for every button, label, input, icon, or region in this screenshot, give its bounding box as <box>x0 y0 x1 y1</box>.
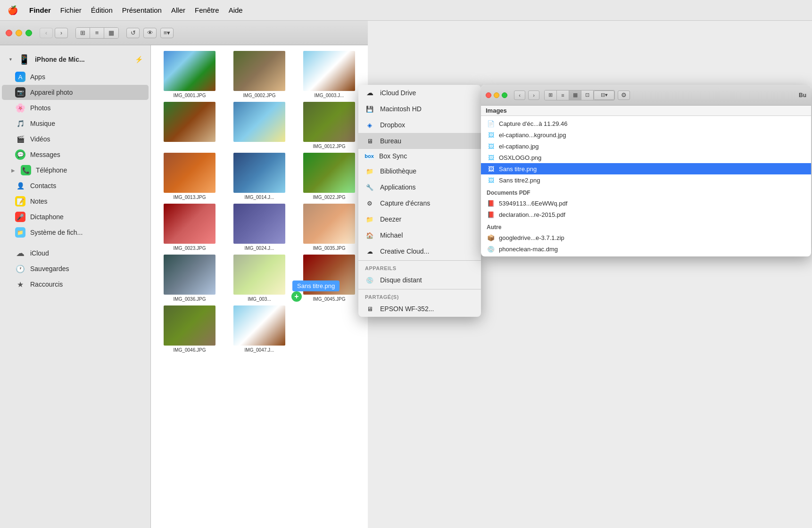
photo-thumb <box>233 102 285 142</box>
file-item[interactable]: 📕 declaration...re-2015.pdf <box>481 209 811 220</box>
photo-item[interactable]: IMG_0024.J... <box>226 204 292 251</box>
shortcuts-label: Raccourcis <box>30 280 63 288</box>
photo-item[interactable]: IMG_0046.JPG <box>157 305 223 353</box>
sidebar-item-icloud[interactable]: ☁ iCloud <box>2 246 149 261</box>
menubar-finder[interactable]: Finder <box>29 6 51 14</box>
loc-item-macintosh-hd[interactable]: 💾 Macintosh HD <box>358 101 481 117</box>
photo-item[interactable]: IMG_0036.JPG <box>157 255 223 302</box>
maximize-button[interactable] <box>25 30 32 36</box>
files-column-view[interactable]: ▦ <box>569 91 581 100</box>
sidebar-item-backup[interactable]: 🕐 Sauvegardes <box>2 261 149 276</box>
sidebar-item-phone[interactable]: ▶ 📞 Téléphone <box>2 163 149 178</box>
device-header[interactable]: ▼ 📱 iPhone de Mic... ⚡ <box>2 51 149 67</box>
sidebar-item-system[interactable]: 📁 Système de fich... <box>2 225 149 240</box>
file-item[interactable]: 🖼 Sans titre2.png <box>481 174 811 186</box>
photo-item[interactable]: IMG_0002.JPG <box>226 51 292 98</box>
loc-item-michael[interactable]: 🏠 Michael <box>358 227 481 243</box>
photo-item[interactable]: IMG_0022.JPG <box>296 153 362 200</box>
sidebar-item-notes[interactable]: 📝 Notes <box>2 194 149 209</box>
photo-item[interactable]: IMG_003... <box>226 255 292 302</box>
loc-item-applications[interactable]: 🔧 Applications <box>358 179 481 195</box>
contacts-icon: 👤 <box>15 181 25 191</box>
files-maximize-button[interactable] <box>502 92 507 98</box>
photo-item[interactable]: IMG_0045.JPG <box>296 255 362 302</box>
menubar-presentation[interactable]: Présentation <box>122 6 162 14</box>
file-name: OSXLOGO.png <box>499 154 805 161</box>
sidebar-item-messages[interactable]: 💬 Messages <box>2 147 149 162</box>
files-icon-view[interactable]: ⊞ <box>545 91 557 100</box>
sidebar-item-contacts[interactable]: 👤 Contacts <box>2 178 149 193</box>
photo-item[interactable]: IMG_0023.JPG <box>157 204 223 251</box>
files-back-button[interactable]: ‹ <box>514 91 525 100</box>
files-forward-button[interactable]: › <box>528 91 539 100</box>
photo-item[interactable] <box>157 102 223 149</box>
sidebar-item-shortcuts[interactable]: ★ Raccourcis <box>2 277 149 292</box>
sidebar-item-photos[interactable]: 🌸 Photos <box>2 100 149 116</box>
list-view-button[interactable]: ≡ <box>90 28 104 38</box>
photo-thumb <box>164 153 215 193</box>
loc-item-dropbox[interactable]: ◈ Dropbox <box>358 117 481 133</box>
file-item-selected[interactable]: 🖼 Sans titre.png <box>481 163 811 174</box>
loc-item-box-sync[interactable]: box Box Sync <box>358 149 481 163</box>
sidebar-item-dictaphone[interactable]: 🎤 Dictaphone <box>2 209 149 224</box>
files-list-view[interactable]: ≡ <box>557 91 569 100</box>
action-menu-button[interactable]: ≡▾ <box>160 28 174 38</box>
loc-item-deezer[interactable]: 📁 Deezer <box>358 211 481 227</box>
sidebar-item-apps[interactable]: A Apps <box>2 69 149 84</box>
column-view-button[interactable]: ▦ <box>104 28 118 38</box>
photo-label: IMG_0013.JPG <box>174 195 206 200</box>
file-item[interactable]: 🖼 OSXLOGO.png <box>481 152 811 163</box>
files-autre-section: Autre <box>481 220 811 232</box>
files-close-button[interactable] <box>486 92 491 98</box>
file-item[interactable]: 💿 phoneclean-mac.dmg <box>481 243 811 255</box>
loc-item-icloud-drive[interactable]: ☁ iCloud Drive <box>358 85 481 101</box>
files-cover-view[interactable]: ⊡ <box>581 91 594 100</box>
contacts-label: Contacts <box>30 182 56 190</box>
sidebar-item-music[interactable]: 🎵 Musique <box>2 116 149 131</box>
photo-item[interactable]: IMG_0047.J... <box>226 305 292 353</box>
loc-item-creative-cloud[interactable]: ☁ Creative Cloud... <box>358 243 481 259</box>
photo-item[interactable]: IMG_0035.JPG <box>296 204 362 251</box>
dictaphone-label: Dictaphone <box>30 213 64 221</box>
refresh-button[interactable]: ↺ <box>126 28 140 38</box>
loc-item-bureau[interactable]: 🖥 Bureau <box>358 133 481 149</box>
back-button[interactable]: ‹ <box>40 28 53 38</box>
photo-thumb <box>164 255 215 295</box>
photos-icon: 🌸 <box>15 103 25 113</box>
loc-item-capture[interactable]: ⚙ Capture d'écrans <box>358 195 481 211</box>
close-button[interactable] <box>6 30 12 36</box>
files-gear-button[interactable]: ⚙ <box>618 91 630 100</box>
photo-item[interactable]: IMG_0001.JPG <box>157 51 223 98</box>
sidebar-item-videos[interactable]: 🎬 Vidéos <box>2 132 149 147</box>
files-minimize-button[interactable] <box>494 92 499 98</box>
photo-item[interactable] <box>226 102 292 149</box>
files-view-dropdown[interactable]: ⊟▾ <box>594 91 614 100</box>
photo-item[interactable]: IMG_0014.J... <box>226 153 292 200</box>
menubar-fichier[interactable]: Fichier <box>60 6 82 14</box>
file-item[interactable]: 🖼 el-captiano.jpg <box>481 140 811 152</box>
menubar-edition[interactable]: Édition <box>91 6 113 14</box>
sidebar-item-camera[interactable]: 📷 Appareil photo <box>2 85 149 100</box>
photos-label: Photos <box>30 104 51 112</box>
icon-view-button[interactable]: ⊞ <box>76 28 90 38</box>
photo-item[interactable]: IMG_0012.JPG <box>296 102 362 149</box>
loc-item-epson[interactable]: 🖥 EPSON WF-352... <box>358 301 481 317</box>
menubar-fenetre[interactable]: Fenêtre <box>195 6 219 14</box>
apple-menu-icon[interactable]: 🍎 <box>8 5 18 16</box>
eye-button[interactable]: 👁 <box>143 28 157 38</box>
appareils-section: Appareils <box>358 262 481 272</box>
file-name: googledrive...e-3.7.1.zip <box>499 234 805 241</box>
file-item[interactable]: 🖼 el-captiano...kground.jpg <box>481 129 811 140</box>
loc-item-disque-distant[interactable]: 💿 Disque distant <box>358 272 481 288</box>
menubar-aller[interactable]: Aller <box>171 6 185 14</box>
file-item[interactable]: 📄 Capture d'éc...à 11.29.46 <box>481 118 811 129</box>
loc-item-bibliotheque[interactable]: 📁 Bibliothèque <box>358 163 481 179</box>
file-name: Capture d'éc...à 11.29.46 <box>499 120 805 127</box>
photo-item[interactable]: IMG_0003.J... <box>296 51 362 98</box>
file-item[interactable]: 📦 googledrive...e-3.7.1.zip <box>481 232 811 243</box>
forward-button[interactable]: › <box>55 28 68 38</box>
file-item[interactable]: 📕 53949113...6EeWWq.pdf <box>481 198 811 209</box>
minimize-button[interactable] <box>16 30 22 36</box>
photo-item[interactable]: IMG_0013.JPG <box>157 153 223 200</box>
menubar-aide[interactable]: Aide <box>229 6 243 14</box>
